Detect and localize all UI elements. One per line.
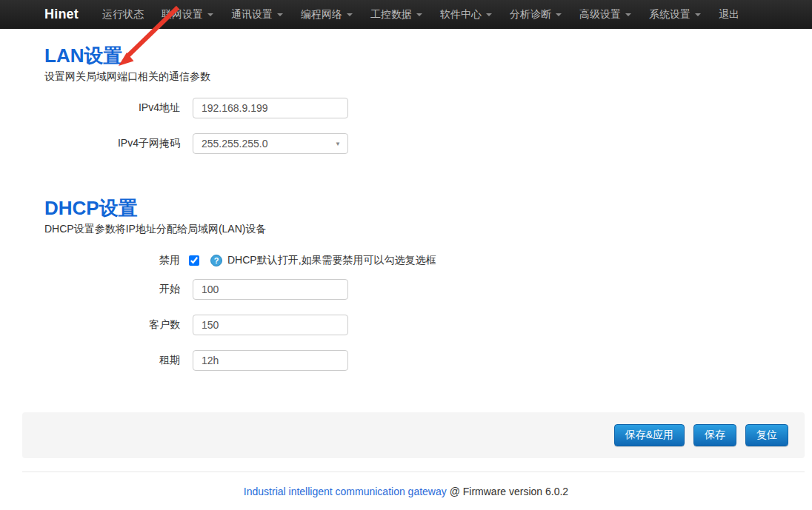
nav-item-logout[interactable]: 退出 bbox=[710, 0, 748, 29]
dhcp-start-input[interactable] bbox=[193, 279, 348, 300]
nav-item-run-status[interactable]: 运行状态 bbox=[93, 0, 153, 29]
dhcp-disable-checkbox[interactable] bbox=[189, 255, 199, 266]
nav-item-label: 通讯设置 bbox=[231, 8, 273, 21]
nav-item-label: 分析诊断 bbox=[510, 8, 551, 21]
dhcp-disable-row: 禁用 ? DHCP默认打开,如果需要禁用可以勾选复选框 bbox=[44, 254, 812, 267]
nav-item-label: 联网设置 bbox=[162, 8, 203, 21]
nav-item-label: 系统设置 bbox=[649, 8, 690, 21]
nav-item-advanced-settings[interactable]: 高级设置 bbox=[570, 0, 640, 29]
dhcp-start-label: 开始 bbox=[44, 283, 180, 296]
dhcp-disable-label: 禁用 bbox=[44, 254, 180, 267]
ipv4-address-input[interactable] bbox=[193, 98, 348, 118]
footer-divider bbox=[22, 472, 805, 472]
actions-bar: 保存&应用 保存 复位 bbox=[22, 412, 805, 458]
dhcp-help-text: DHCP默认打开,如果需要禁用可以勾选复选框 bbox=[227, 254, 436, 267]
ipv4-netmask-select[interactable]: 255.255.255.0 ▼ bbox=[193, 133, 348, 154]
dhcp-limit-label: 客户数 bbox=[44, 318, 180, 332]
nav-item-label: 软件中心 bbox=[440, 8, 482, 21]
nav-item-diagnostics[interactable]: 分析诊断 bbox=[501, 0, 570, 29]
top-navbar: Hinet 运行状态 联网设置 通讯设置 编程网络 工控数据 软件中心 分析诊断… bbox=[0, 0, 812, 29]
dhcp-lease-row: 租期 bbox=[44, 350, 812, 371]
dhcp-limit-row: 客户数 bbox=[44, 315, 812, 335]
save-apply-button[interactable]: 保存&应用 bbox=[614, 424, 685, 446]
ipv4-address-row: IPv4地址 bbox=[44, 98, 812, 118]
nav-item-software-center[interactable]: 软件中心 bbox=[431, 0, 501, 29]
dhcp-limit-input[interactable] bbox=[193, 315, 348, 335]
lan-section-title: LAN设置 bbox=[44, 46, 812, 65]
footer-gateway-link[interactable]: Industrial intelligent communication gat… bbox=[244, 486, 447, 497]
nav-item-label: 退出 bbox=[719, 8, 739, 21]
nav-item-network-settings[interactable]: 联网设置 bbox=[153, 0, 222, 29]
nav-item-industrial-data[interactable]: 工控数据 bbox=[362, 0, 431, 29]
save-button[interactable]: 保存 bbox=[693, 424, 736, 446]
ipv4-netmask-value: 255.255.255.0 bbox=[202, 138, 268, 150]
ipv4-netmask-row: IPv4子网掩码 255.255.255.0 ▼ bbox=[44, 133, 812, 154]
nav-item-label: 编程网络 bbox=[301, 8, 342, 21]
chevron-down-icon bbox=[207, 13, 213, 16]
footer: Industrial intelligent communication gat… bbox=[0, 486, 812, 497]
chevron-down-icon bbox=[625, 13, 631, 16]
nav-item-programming-network[interactable]: 编程网络 bbox=[292, 0, 362, 29]
chevron-down-icon bbox=[486, 13, 492, 16]
chevron-down-icon bbox=[347, 13, 353, 16]
dhcp-start-row: 开始 bbox=[44, 279, 812, 300]
help-icon[interactable]: ? bbox=[210, 255, 222, 266]
main-content: LAN设置 设置网关局域网端口相关的通信参数 IPv4地址 IPv4子网掩码 2… bbox=[0, 46, 812, 371]
chevron-down-icon bbox=[556, 13, 562, 16]
nav-item-label: 工控数据 bbox=[370, 8, 412, 21]
chevron-down-icon bbox=[695, 13, 701, 16]
nav-item-label: 高级设置 bbox=[579, 8, 621, 21]
dhcp-lease-input[interactable] bbox=[193, 350, 348, 371]
nav-item-comm-settings[interactable]: 通讯设置 bbox=[222, 0, 292, 29]
dhcp-section-subtitle: DHCP设置参数将IP地址分配给局域网(LAN)设备 bbox=[44, 223, 812, 236]
footer-firmware-text: @ Firmware version 6.0.2 bbox=[447, 486, 568, 497]
brand-logo[interactable]: Hinet bbox=[44, 7, 79, 22]
ipv4-address-label: IPv4地址 bbox=[44, 101, 180, 115]
dhcp-lease-label: 租期 bbox=[44, 354, 180, 367]
reset-button[interactable]: 复位 bbox=[745, 424, 788, 446]
lan-section-subtitle: 设置网关局域网端口相关的通信参数 bbox=[44, 70, 812, 84]
chevron-down-icon bbox=[416, 13, 422, 16]
dhcp-section-title: DHCP设置 bbox=[44, 198, 812, 218]
chevron-down-icon bbox=[277, 13, 283, 16]
nav-item-system-settings[interactable]: 系统设置 bbox=[640, 0, 710, 29]
dropdown-caret-icon: ▼ bbox=[335, 141, 341, 147]
ipv4-netmask-label: IPv4子网掩码 bbox=[44, 137, 180, 150]
nav-item-label: 运行状态 bbox=[102, 8, 144, 21]
